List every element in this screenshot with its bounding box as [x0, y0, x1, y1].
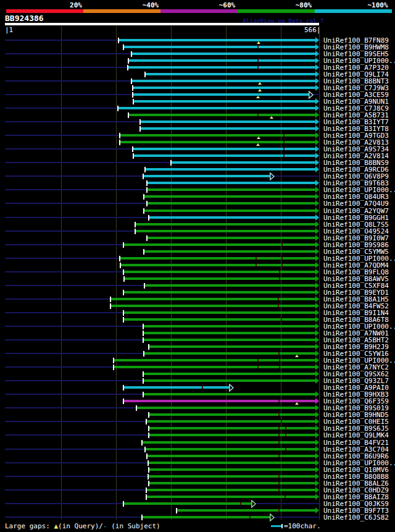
alignment-hit-bar[interactable]	[171, 161, 315, 164]
solid-arrowhead-icon	[315, 494, 319, 500]
alignment-hit-bar[interactable]	[149, 216, 315, 219]
alignment-hit-bar[interactable]	[147, 182, 315, 184]
alignment-hit-bar[interactable]	[149, 434, 315, 436]
solid-arrowhead-icon	[315, 166, 319, 172]
alignment-hit-bar[interactable]	[144, 284, 315, 287]
alignment-hit-bar[interactable]	[145, 73, 315, 75]
subject-gap-tick	[281, 257, 283, 260]
alignment-hit-bar[interactable]	[118, 107, 315, 109]
alignment-hit-bar[interactable]	[123, 271, 315, 273]
alignment-hit-bar[interactable]	[123, 311, 315, 314]
alignment-hit-bar[interactable]	[120, 141, 315, 143]
alignment-hit-bar[interactable]	[128, 66, 315, 69]
alignment-hit-bar[interactable]	[144, 352, 315, 355]
alignment-hit-bar[interactable]	[147, 237, 315, 239]
alignment-hit-bar[interactable]	[133, 87, 315, 89]
hit-start-tick	[143, 371, 144, 377]
alignment-hit-bar[interactable]	[143, 373, 315, 375]
solid-arrowhead-icon	[315, 378, 319, 384]
alignment-hit-bar[interactable]	[146, 489, 315, 491]
alignment-hit-bar[interactable]	[123, 502, 251, 505]
alignment-hit-bar[interactable]	[144, 209, 315, 212]
alignment-hit-bar[interactable]	[123, 291, 315, 293]
alignment-hit-bar[interactable]	[128, 114, 315, 116]
hit-start-tick	[144, 72, 146, 77]
alignment-hit-bar[interactable]	[124, 277, 315, 280]
subject-gap-tick	[279, 271, 280, 273]
scalebar-label-1: 20%	[70, 1, 82, 9]
alignment-hit-bar[interactable]	[140, 120, 315, 123]
solid-arrowhead-icon	[315, 64, 319, 70]
alignment-hit-bar[interactable]	[120, 257, 315, 260]
alignment-hit-bar[interactable]	[145, 168, 315, 171]
alignment-viewer-screen: 20%~40%~60%~80%~100% BB924386 AlignView.…	[0, 0, 395, 532]
alignment-hit-bar[interactable]	[146, 420, 315, 423]
subject-gap-tick	[283, 148, 285, 150]
alignment-hit-bar[interactable]	[148, 462, 315, 464]
alignment-hit-bar[interactable]	[147, 188, 315, 191]
alignment-hit-bar[interactable]	[133, 93, 309, 96]
hit-start-tick	[110, 297, 111, 302]
alignment-hit-bar[interactable]	[136, 407, 315, 409]
alignment-hit-bar[interactable]	[143, 175, 270, 177]
hit-start-tick	[146, 235, 148, 241]
alignment-hit-bar[interactable]	[120, 264, 315, 266]
alignment-hit-bar[interactable]	[120, 134, 315, 137]
hit-start-tick	[148, 426, 149, 431]
alignment-hit-bar[interactable]	[143, 339, 315, 341]
solid-arrowhead-icon	[315, 323, 319, 329]
alignment-hit-bar[interactable]	[123, 243, 315, 246]
alignment-hit-bar[interactable]	[110, 305, 315, 307]
subject-gap-tick	[240, 502, 241, 505]
alignment-hit-bar[interactable]	[123, 318, 315, 321]
subject-gap-tick	[281, 420, 282, 423]
solid-arrowhead-icon	[315, 57, 319, 64]
alignment-hit-bar[interactable]	[149, 427, 315, 429]
solid-arrowhead-icon	[315, 487, 319, 493]
ruler-start-label: |1	[5, 26, 13, 34]
solid-arrowhead-icon	[315, 350, 319, 357]
hit-start-tick	[120, 263, 121, 268]
alignment-hit-bar[interactable]	[114, 359, 315, 361]
alignment-hit-bar[interactable]	[135, 230, 315, 232]
alignment-hit-bar[interactable]	[110, 298, 315, 300]
solid-arrowhead-icon	[315, 310, 319, 316]
hit-start-tick	[123, 310, 124, 316]
alignment-hit-bar[interactable]	[143, 379, 315, 382]
alignment-hit-bar[interactable]	[145, 448, 315, 450]
alignment-hit-bar[interactable]	[143, 332, 315, 334]
alignment-hit-bar[interactable]	[147, 455, 315, 457]
alignment-hit-bar[interactable]	[143, 325, 315, 327]
alignment-hit-bar[interactable]	[149, 482, 315, 484]
alignment-hit-bar[interactable]	[114, 366, 315, 368]
subject-gap-tick	[278, 352, 280, 355]
alignment-hit-bar[interactable]	[133, 100, 315, 103]
alignment-hit-bar[interactable]	[118, 39, 315, 41]
alignment-hit-bar[interactable]	[149, 468, 315, 471]
solid-arrowhead-icon	[315, 412, 319, 418]
alignment-hit-bar[interactable]	[149, 345, 315, 348]
alignment-hit-bar[interactable]	[128, 59, 315, 62]
alignment-hit-bar[interactable]	[140, 127, 315, 130]
alignment-hit-bar[interactable]	[146, 496, 315, 498]
solid-arrowhead-icon	[315, 193, 319, 200]
alignment-hit-bar[interactable]	[148, 475, 315, 478]
alignment-hit-bar[interactable]	[149, 413, 315, 416]
alignment-hit-bar[interactable]	[123, 46, 315, 48]
alignment-hit-bar[interactable]	[143, 393, 315, 395]
hit-start-tick	[119, 256, 120, 261]
alignment-hit-bar[interactable]	[131, 53, 315, 55]
alignment-hit-bar[interactable]	[144, 195, 315, 198]
alignment-hit-bar[interactable]	[144, 250, 315, 253]
subject-gap-tick	[278, 413, 280, 416]
hit-label[interactable]: UniRef100_C6JS82	[323, 513, 389, 521]
alignment-hit-bar[interactable]	[133, 148, 315, 150]
alignment-hit-bar[interactable]	[131, 80, 315, 82]
alignment-hit-bar[interactable]	[142, 441, 315, 444]
alignment-hit-bar[interactable]	[177, 509, 315, 512]
alignment-hit-bar[interactable]	[135, 223, 315, 226]
alignment-hit-bar[interactable]	[123, 386, 229, 389]
alignment-hit-bar[interactable]	[123, 400, 315, 402]
alignment-hit-bar[interactable]	[147, 202, 315, 205]
alignment-hit-bar[interactable]	[133, 154, 315, 157]
